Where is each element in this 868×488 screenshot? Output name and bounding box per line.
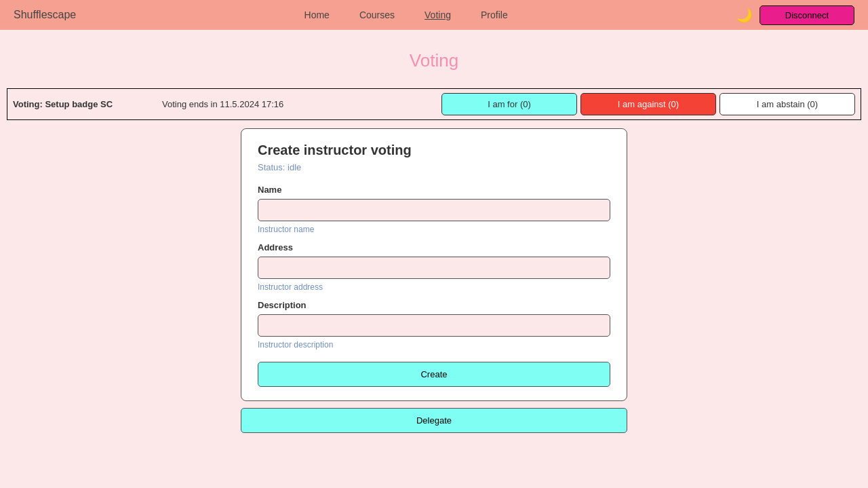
form-status: Status: idle: [258, 162, 610, 172]
vote-against-button[interactable]: I am against (0): [580, 93, 716, 115]
nav-courses[interactable]: Courses: [344, 10, 410, 20]
delegate-button[interactable]: Delegate: [241, 408, 627, 433]
theme-icon[interactable]: 🌙: [736, 7, 753, 23]
nav-home[interactable]: Home: [290, 10, 344, 20]
voting-row: Voting: Setup badge SC Voting ends in 11…: [7, 88, 861, 120]
nav-links: Home Courses Voting Profile: [290, 10, 523, 20]
name-input[interactable]: [258, 199, 610, 221]
address-label: Address: [258, 242, 610, 252]
page-title: Voting: [0, 30, 868, 88]
vote-for-button[interactable]: I am for (0): [441, 93, 577, 115]
nav-voting[interactable]: Voting: [410, 10, 466, 20]
address-input[interactable]: [258, 257, 610, 279]
nav-profile[interactable]: Profile: [466, 10, 523, 20]
name-hint: Instructor name: [258, 225, 610, 234]
address-hint: Instructor address: [258, 282, 610, 292]
create-form-wrapper: Create instructor voting Status: idle Na…: [0, 128, 868, 401]
form-title: Create instructor voting: [258, 143, 610, 158]
description-hint: Instructor description: [258, 340, 610, 350]
voting-ends: Voting ends in 11.5.2024 17:16: [162, 99, 441, 109]
voting-bold: Voting:: [13, 99, 43, 109]
disconnect-button[interactable]: Disconnect: [760, 5, 854, 25]
vote-abstain-button[interactable]: I am abstain (0): [719, 93, 855, 115]
description-group: Description Instructor description: [258, 300, 610, 350]
navbar-right: 🌙 Disconnect: [736, 5, 854, 25]
navbar: Shufflescape Home Courses Voting Profile…: [0, 0, 868, 30]
name-group: Name Instructor name: [258, 185, 610, 234]
voting-text: Setup badge SC: [43, 99, 113, 109]
address-group: Address Instructor address: [258, 242, 610, 292]
voting-label: Voting: Setup badge SC: [13, 99, 162, 109]
delegate-wrapper: Delegate: [0, 401, 868, 433]
create-button[interactable]: Create: [258, 362, 610, 387]
description-label: Description: [258, 300, 610, 310]
description-input[interactable]: [258, 314, 610, 337]
name-label: Name: [258, 185, 610, 195]
create-form-card: Create instructor voting Status: idle Na…: [241, 128, 627, 401]
brand-link[interactable]: Shufflescape: [14, 9, 76, 21]
